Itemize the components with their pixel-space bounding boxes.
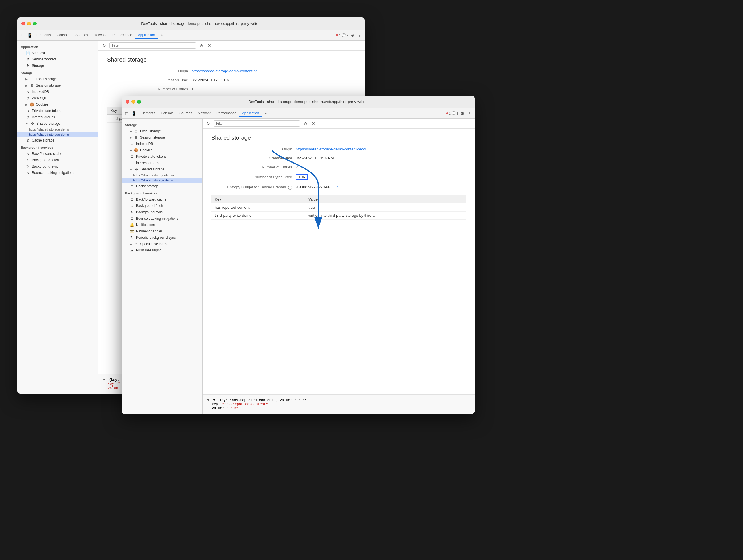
sidebar-item-cookies-back[interactable]: ▶ 🍪 Cookies bbox=[17, 101, 98, 107]
sidebar-item-bg-sync-back[interactable]: ↻ Background sync bbox=[17, 163, 98, 170]
sidebar-item-cache-storage-back[interactable]: ⊙ Cache storage bbox=[17, 137, 98, 143]
tab-network-front[interactable]: Network bbox=[195, 110, 214, 117]
filter-input-back[interactable] bbox=[112, 43, 193, 47]
expand-icon: ▶ bbox=[26, 84, 28, 87]
filter-input-wrap-front bbox=[214, 120, 300, 127]
sidebar-item-shared-1-back[interactable]: https://shared-storage-demo- bbox=[17, 127, 98, 132]
storage-icon: 🗄 bbox=[26, 63, 30, 68]
sidebar-item-session-storage-front[interactable]: ▶ ⊞ Session storage bbox=[122, 134, 202, 141]
maximize-button-front[interactable] bbox=[137, 100, 141, 103]
tab-console-back[interactable]: Console bbox=[54, 32, 72, 39]
sidebar-item-shared-storage-back[interactable]: ▼ ⊙ Shared storage bbox=[17, 120, 98, 127]
tab-more-front[interactable]: » bbox=[262, 110, 270, 117]
close-filter-icon[interactable]: ✕ bbox=[207, 43, 212, 48]
inspect-icon-front[interactable]: ⬚ bbox=[124, 111, 130, 116]
tab-application-front[interactable]: Application bbox=[239, 110, 262, 117]
tab-elements-back[interactable]: Elements bbox=[34, 32, 54, 39]
session-storage-icon: ⊞ bbox=[30, 83, 34, 88]
sidebar-item-local-storage-front[interactable]: ▶ ⊞ Local storage bbox=[122, 128, 202, 134]
inspect-icon[interactable]: ⬚ bbox=[20, 32, 26, 38]
sidebar-item-bounce-back[interactable]: ⊙ Bounce tracking mitigations bbox=[17, 170, 98, 176]
device-icon-front[interactable]: 📱 bbox=[131, 111, 137, 116]
minimize-button-front[interactable] bbox=[131, 100, 135, 103]
tab-more-back[interactable]: » bbox=[158, 32, 166, 39]
panel-content-front: Shared storage Origin https://shared-sto… bbox=[203, 129, 475, 394]
sidebar-item-shared-2-front[interactable]: https://shared-storage-demo- bbox=[122, 178, 202, 183]
tab-elements-front[interactable]: Elements bbox=[138, 110, 158, 117]
sidebar-item-bg-fetch-back[interactable]: ↕ Background fetch bbox=[17, 157, 98, 163]
tab-performance-back[interactable]: Performance bbox=[110, 32, 135, 39]
sidebar-item-session-storage-back[interactable]: ▶ ⊞ Session storage bbox=[17, 82, 98, 89]
filter-input-front[interactable] bbox=[216, 122, 298, 126]
sidebar-item-storage-back[interactable]: 🗄 Storage bbox=[17, 62, 98, 69]
refresh-filter-icon-front[interactable]: ↻ bbox=[206, 121, 211, 126]
sidebar-item-shared-storage-front[interactable]: ▼ ⊙ Shared storage bbox=[122, 166, 202, 172]
tab-performance-front[interactable]: Performance bbox=[214, 110, 239, 117]
data-table-front: Key Value has-reported-content true thir… bbox=[211, 196, 466, 220]
sidebar-item-bf-cache-back[interactable]: ⊙ Back/forward cache bbox=[17, 150, 98, 157]
sidebar-item-indexeddb-front[interactable]: ⊙ IndexedDB bbox=[122, 141, 202, 147]
sidebar-item-cache-storage-front[interactable]: ⊙ Cache storage bbox=[122, 183, 202, 189]
devtools-window-front: DevTools - shared-storage-demo-publisher… bbox=[122, 95, 475, 414]
private-state-icon-front: ⊙ bbox=[130, 154, 134, 159]
clear-filter-icon-front[interactable]: ⊘ bbox=[303, 121, 308, 126]
table-row[interactable]: third-party-write-demo written into thir… bbox=[211, 211, 466, 219]
private-state-icon: ⊙ bbox=[26, 109, 30, 113]
close-button-back[interactable] bbox=[21, 22, 25, 26]
sidebar-item-manifest-back[interactable]: 📄 Manifest bbox=[17, 50, 98, 56]
sidebar-item-bf-cache-front[interactable]: ⊙ Back/forward cache bbox=[122, 196, 202, 203]
refresh-filter-icon[interactable]: ↻ bbox=[101, 43, 107, 48]
maximize-button-back[interactable] bbox=[33, 22, 37, 26]
more-icon-back[interactable]: ⋮ bbox=[356, 32, 362, 38]
shared-storage-icon: ⊙ bbox=[30, 121, 35, 126]
sidebar-item-cookies-front[interactable]: ▶ 🍪 Cookies bbox=[122, 147, 202, 154]
sidebar-item-local-storage-back[interactable]: ▶ ⊞ Local storage bbox=[17, 76, 98, 82]
device-icon[interactable]: 📱 bbox=[27, 32, 32, 38]
tab-network-back[interactable]: Network bbox=[91, 32, 110, 39]
sidebar-item-bg-fetch-front[interactable]: ↕ Background fetch bbox=[122, 203, 202, 209]
origin-value-front: https://shared-storage-demo-content-prod… bbox=[296, 147, 371, 152]
sidebar-item-private-state-front[interactable]: ⊙ Private state tokens bbox=[122, 154, 202, 160]
close-button-front[interactable] bbox=[126, 100, 129, 103]
minimize-button-back[interactable] bbox=[27, 22, 31, 26]
section-label-bg-services-front: Background services bbox=[122, 189, 202, 196]
sidebar-item-bg-sync-front[interactable]: ↻ Background sync bbox=[122, 209, 202, 215]
sidebar-item-shared-1-front[interactable]: https://shared-storage-demo- bbox=[122, 172, 202, 178]
settings-icon-back[interactable]: ⚙ bbox=[350, 32, 355, 38]
sidebar-item-indexeddb-back[interactable]: ⊙ IndexedDB bbox=[17, 89, 98, 95]
sidebar-item-bounce-front[interactable]: ⊙ Bounce tracking mitigations bbox=[122, 215, 202, 222]
tab-sources-front[interactable]: Sources bbox=[176, 110, 195, 117]
entropy-info-icon-front[interactable]: i bbox=[288, 185, 292, 189]
sidebar-item-speculative-front[interactable]: ▶ ↕ Speculative loads bbox=[122, 241, 202, 247]
sidebar-item-service-workers-back[interactable]: ⚙ Service workers bbox=[17, 56, 98, 62]
tab-console-front[interactable]: Console bbox=[158, 110, 176, 117]
sidebar-item-payment-front[interactable]: 💳 Payment handler bbox=[122, 228, 202, 234]
more-icon-front[interactable]: ⋮ bbox=[467, 111, 472, 116]
bg-sync-icon-front: ↻ bbox=[130, 210, 134, 214]
code-line2-front: key: "has-reported-content" bbox=[207, 402, 470, 406]
cookies-icon-front: 🍪 bbox=[134, 148, 138, 153]
interest-groups-icon: ⊙ bbox=[26, 115, 30, 120]
sidebar-item-notifications-front[interactable]: 🔔 Notifications bbox=[122, 222, 202, 228]
sidebar-item-push-front[interactable]: ☁ Push messaging bbox=[122, 247, 202, 254]
window-title-back: DevTools - shared-storage-demo-publisher… bbox=[39, 21, 360, 26]
sidebar-item-private-state-back[interactable]: ⊙ Private state tokens bbox=[17, 107, 98, 114]
origin-label-back: Origin bbox=[107, 69, 188, 73]
entropy-refresh-icon-front[interactable]: ↺ bbox=[335, 185, 339, 189]
tab-sources-back[interactable]: Sources bbox=[72, 32, 91, 39]
clear-filter-icon[interactable]: ⊘ bbox=[199, 43, 204, 48]
close-filter-icon-front[interactable]: ✕ bbox=[311, 121, 316, 126]
sidebar-item-interest-groups-front[interactable]: ⊙ Interest groups bbox=[122, 160, 202, 166]
sidebar-item-websql-back[interactable]: ⊙ Web SQL bbox=[17, 95, 98, 101]
tab-application-back[interactable]: Application bbox=[135, 32, 158, 39]
window-title-front: DevTools - shared-storage-demo-publisher… bbox=[143, 99, 471, 104]
expand-icon: ▶ bbox=[130, 130, 132, 133]
sidebar-item-periodic-bg-sync-front[interactable]: ↻ Periodic background sync bbox=[122, 234, 202, 241]
payment-icon-front: 💳 bbox=[130, 229, 134, 233]
cell-value-2: written into third-party storage by thir… bbox=[305, 211, 466, 219]
cookies-icon: 🍪 bbox=[30, 102, 34, 107]
sidebar-item-shared-2-back[interactable]: https://shared-storage-demo- bbox=[17, 132, 98, 137]
table-row[interactable]: has-reported-content true bbox=[211, 203, 466, 211]
settings-icon-front[interactable]: ⚙ bbox=[460, 111, 465, 116]
sidebar-item-interest-groups-back[interactable]: ⊙ Interest groups bbox=[17, 114, 98, 120]
